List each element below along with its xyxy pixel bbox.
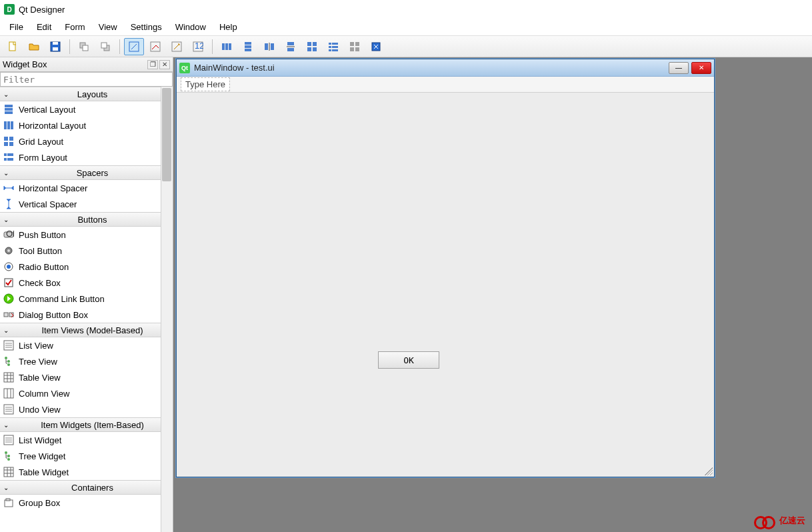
new-file-button[interactable] <box>3 38 23 55</box>
svg-rect-17 <box>245 45 251 48</box>
widget-command-link-button[interactable]: Command Link Button <box>0 291 173 307</box>
list-widget-icon <box>3 434 15 446</box>
widget-undo-view[interactable]: Undo View <box>0 401 173 417</box>
svg-rect-30 <box>332 43 338 45</box>
undo-view-icon <box>3 403 15 415</box>
menu-edit[interactable]: Edit <box>30 20 58 34</box>
edit-widgets-button[interactable] <box>124 38 144 55</box>
widget-tree-view[interactable]: Tree View <box>0 353 173 369</box>
layout-grid-button[interactable] <box>302 38 322 55</box>
dock-float-button[interactable]: ❐ <box>147 60 158 69</box>
edit-taborder-button[interactable]: 12 <box>188 38 208 55</box>
widget-item-label: Radio Button <box>19 262 69 272</box>
edit-buddies-button[interactable] <box>167 38 187 55</box>
widget-column-view[interactable]: Column View <box>0 385 173 401</box>
widget-item-label: Check Box <box>19 278 61 288</box>
form-titlebar[interactable]: Qt MainWindow - test.ui — ✕ <box>177 59 714 77</box>
form-minimize-button[interactable]: — <box>669 62 689 74</box>
form-close-button[interactable]: ✕ <box>691 62 711 74</box>
layout-vertical-button[interactable] <box>238 38 258 55</box>
widget-group-box[interactable]: Group Box <box>0 495 173 511</box>
layout-vert-splitter-button[interactable] <box>281 38 301 55</box>
widget-filter-input[interactable] <box>0 72 173 87</box>
widget-item-label: Column View <box>19 389 69 399</box>
widget-item-label: Command Link Button <box>19 294 105 304</box>
category-item-widgets-item-based-[interactable]: ⌄Item Widgets (Item-Based) <box>0 417 173 432</box>
svg-rect-18 <box>245 49 251 51</box>
dock-close-button[interactable]: ✕ <box>159 60 170 69</box>
ok-button[interactable]: OK <box>378 351 439 369</box>
open-file-button[interactable] <box>24 38 44 55</box>
widget-tree[interactable]: ⌄LayoutsVertical LayoutHorizontal Layout… <box>0 87 173 532</box>
widget-item-label: Dialog Button Box <box>19 310 88 320</box>
adjust-size-button[interactable] <box>366 38 386 55</box>
widget-radio-button[interactable]: Radio Button <box>0 259 173 275</box>
form-menubar[interactable]: Type Here <box>177 77 714 93</box>
form-window[interactable]: Qt MainWindow - test.ui — ✕ Type Here OK <box>176 59 715 477</box>
widget-item-label: Table Widget <box>19 467 69 477</box>
watermark: 亿速云 <box>754 513 805 528</box>
size-grip-icon[interactable] <box>705 467 713 475</box>
svg-rect-96 <box>6 499 10 501</box>
widget-item-label: Horizontal Layout <box>19 121 86 131</box>
widget-grid-layout[interactable]: Grid Layout <box>0 133 173 149</box>
layout-form-button[interactable] <box>323 38 343 55</box>
category-spacers[interactable]: ⌄Spacers <box>0 165 173 180</box>
menu-help[interactable]: Help <box>213 20 244 34</box>
category-label: Buttons <box>12 215 173 225</box>
svg-rect-5 <box>83 45 88 51</box>
svg-rect-28 <box>313 47 317 51</box>
toolbar: 12 <box>0 36 812 57</box>
menu-window[interactable]: Window <box>169 20 213 34</box>
category-containers[interactable]: ⌄Containers <box>0 480 173 495</box>
widget-push-button[interactable]: OKPush Button <box>0 227 173 243</box>
svg-point-68 <box>5 357 7 359</box>
widget-horizontal-spacer[interactable]: Horizontal Spacer <box>0 180 173 196</box>
menu-file[interactable]: File <box>3 20 30 34</box>
svg-point-57 <box>7 249 10 252</box>
widget-tree-widget[interactable]: Tree Widget <box>0 448 173 464</box>
widget-item-label: Tree View <box>19 357 57 367</box>
vertical-spacer-icon <box>3 198 15 210</box>
layout-horizontal-button[interactable] <box>217 38 237 55</box>
menu-settings[interactable]: Settings <box>124 20 169 34</box>
widget-dialog-button-box[interactable]: Dialog Button Box <box>0 307 173 323</box>
break-layout-button[interactable] <box>345 38 365 55</box>
widget-list-widget[interactable]: List Widget <box>0 432 173 448</box>
scroll-thumb[interactable] <box>162 88 171 181</box>
svg-rect-32 <box>332 46 338 48</box>
layout-horiz-splitter-button[interactable] <box>259 38 279 55</box>
svg-rect-42 <box>5 111 13 114</box>
widget-tool-button[interactable]: Tool Button <box>0 243 173 259</box>
widget-table-widget[interactable]: Table Widget <box>0 464 173 480</box>
bring-front-button[interactable] <box>95 38 115 55</box>
menu-type-here[interactable]: Type Here <box>181 77 230 91</box>
widget-vertical-spacer[interactable]: Vertical Spacer <box>0 196 173 212</box>
category-layouts[interactable]: ⌄Layouts <box>0 87 173 101</box>
svg-rect-46 <box>4 137 8 141</box>
edit-signals-button[interactable] <box>145 38 165 55</box>
category-label: Spacers <box>12 168 173 178</box>
design-surface[interactable]: OK <box>177 93 714 477</box>
svg-rect-9 <box>151 42 160 51</box>
widget-vertical-layout[interactable]: Vertical Layout <box>0 101 173 117</box>
svg-point-59 <box>7 265 11 269</box>
menu-form[interactable]: Form <box>58 20 91 34</box>
widget-horizontal-layout[interactable]: Horizontal Layout <box>0 117 173 133</box>
widget-item-label: List View <box>19 341 53 351</box>
svg-point-89 <box>7 458 10 461</box>
save-button[interactable] <box>45 38 65 55</box>
svg-rect-33 <box>329 49 331 51</box>
horizontal-layout-icon <box>3 119 15 131</box>
widget-form-layout[interactable]: Form Layout <box>0 149 173 165</box>
svg-rect-62 <box>4 313 8 317</box>
category-buttons[interactable]: ⌄Buttons <box>0 212 173 227</box>
scrollbar[interactable] <box>161 87 173 532</box>
menu-view[interactable]: View <box>92 20 124 34</box>
widget-check-box[interactable]: Check Box <box>0 275 173 291</box>
widget-table-view[interactable]: Table View <box>0 369 173 385</box>
widget-list-view[interactable]: List View <box>0 337 173 353</box>
send-back-button[interactable] <box>74 38 94 55</box>
list-view-icon <box>3 339 15 351</box>
category-item-views-model-based-[interactable]: ⌄Item Views (Model-Based) <box>0 323 173 337</box>
